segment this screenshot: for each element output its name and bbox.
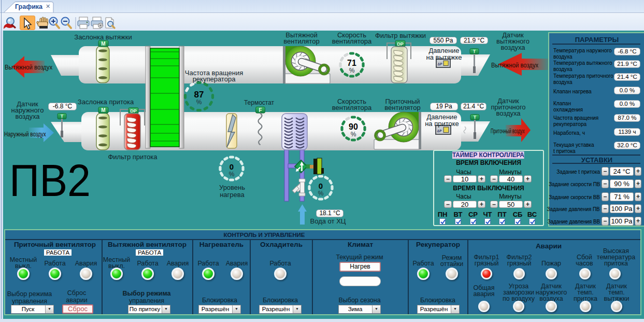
svg-text:0: 0: [319, 181, 323, 190]
svg-text:%: %: [351, 131, 356, 138]
svg-text:DP: DP: [130, 108, 137, 114]
svg-text:90: 90: [349, 122, 358, 131]
svg-text:%: %: [349, 67, 355, 74]
svg-text:F: F: [259, 107, 262, 113]
svg-text:%: %: [196, 99, 202, 106]
svg-text:ΔP: ΔP: [437, 129, 442, 133]
svg-text:M: M: [101, 41, 105, 47]
svg-text:%: %: [318, 190, 324, 197]
svg-text:0: 0: [230, 162, 234, 171]
svg-text:DP: DP: [397, 41, 404, 47]
svg-text:M: M: [101, 107, 105, 113]
svg-text:%: %: [229, 171, 235, 178]
svg-text:ΔP: ΔP: [438, 62, 443, 66]
svg-text:71: 71: [347, 59, 356, 67]
